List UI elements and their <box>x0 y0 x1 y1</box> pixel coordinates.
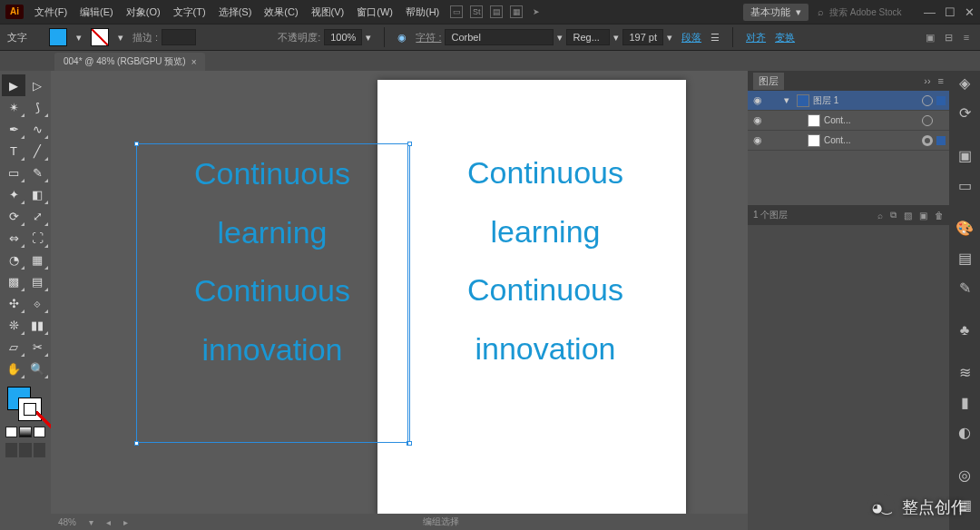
pin-icon[interactable]: ⊟ <box>942 32 955 44</box>
rotate-tool[interactable]: ⟳ <box>2 205 25 227</box>
paragraph-link[interactable]: 段落 <box>681 31 701 44</box>
swatches-dock-icon[interactable]: ▤ <box>956 250 974 267</box>
layer-row[interactable]: ◉ Cont... <box>748 131 949 151</box>
appearance-dock-icon[interactable]: ◎ <box>956 466 974 484</box>
document-tab[interactable]: 004* @ 48% (RGB/GPU 预览) × <box>54 53 205 71</box>
stroke-weight-input[interactable] <box>162 29 196 45</box>
disclosure-icon[interactable]: ▾ <box>784 94 793 106</box>
slice-tool[interactable]: ✂ <box>25 336 49 358</box>
font-style-input[interactable]: Reg... <box>566 29 610 45</box>
font-family-input[interactable]: Corbel <box>445 29 554 45</box>
layers-tab[interactable]: 图层 <box>753 73 784 90</box>
width-tool[interactable]: ⇔ <box>2 227 25 249</box>
draw-normal[interactable] <box>5 443 17 457</box>
workspace-switcher[interactable]: 基本功能 ▾ <box>743 4 808 21</box>
direct-selection-tool[interactable]: ▷ <box>25 74 49 96</box>
zoom-level[interactable]: 48% <box>58 517 76 527</box>
brushes-dock-icon[interactable]: ✎ <box>956 280 974 297</box>
selection-tool[interactable]: ▶ <box>2 74 25 96</box>
close-button[interactable]: ✕ <box>965 5 975 19</box>
new-sublayer-icon[interactable]: ▧ <box>904 211 912 221</box>
menu-file[interactable]: 文件(F) <box>34 5 67 19</box>
eraser-tool[interactable]: ◧ <box>25 183 49 205</box>
layer-name[interactable]: Cont... <box>824 135 918 145</box>
target-icon[interactable] <box>922 115 933 126</box>
free-transform-tool[interactable]: ⛶ <box>25 227 49 249</box>
fill-dropdown-icon[interactable]: ▾ <box>76 32 82 44</box>
text-object-1[interactable]: Continuous learning Continuous innovatio… <box>136 143 408 443</box>
eyedropper-tool[interactable]: ✣ <box>2 292 25 314</box>
perspective-tool[interactable]: ▦ <box>25 249 49 270</box>
stroke-swatch[interactable] <box>91 28 109 46</box>
selection-handle[interactable] <box>134 441 139 446</box>
layers-dock-icon[interactable]: ◈ <box>956 74 974 92</box>
panel-collapse-icon[interactable]: ›› <box>924 75 930 86</box>
clip-mask-icon[interactable]: ⧉ <box>890 210 897 221</box>
opacity-input[interactable]: 100% <box>324 29 362 45</box>
rectangle-tool[interactable]: ▭ <box>2 162 25 183</box>
maximize-button[interactable]: ☐ <box>945 5 956 19</box>
recolor-icon[interactable]: ◉ <box>397 32 407 44</box>
stroke-dropdown-icon[interactable]: ▾ <box>118 32 123 44</box>
lasso-tool[interactable]: ⟆ <box>25 96 49 118</box>
paintbrush-tool[interactable]: ✎ <box>25 162 49 183</box>
stock-search-input[interactable] <box>828 6 909 18</box>
layer-row[interactable]: ◉ ▾ 图层 1 <box>748 91 949 111</box>
scale-tool[interactable]: ⤢ <box>25 205 49 227</box>
mesh-tool[interactable]: ▩ <box>2 270 25 292</box>
color-mode-none[interactable] <box>34 427 45 437</box>
align-center-icon[interactable]: ☰ <box>710 32 720 44</box>
layer-name[interactable]: 图层 1 <box>813 94 918 107</box>
align-link[interactable]: 对齐 <box>746 31 766 44</box>
transparency-dock-icon[interactable]: ◐ <box>956 424 974 441</box>
hand-tool[interactable]: ✋ <box>2 358 25 379</box>
artboards-dock-icon[interactable]: ▣ <box>956 147 974 164</box>
stock-search[interactable]: ⌕ <box>818 6 909 18</box>
menu-view[interactable]: 视图(V) <box>311 5 345 19</box>
gradient-dock-icon[interactable]: ▮ <box>956 394 974 411</box>
artboard-tool[interactable]: ▱ <box>2 336 25 358</box>
style-dropdown-icon[interactable]: ▾ <box>613 32 619 44</box>
target-icon[interactable] <box>922 95 933 106</box>
graph-tool[interactable]: ▮▮ <box>25 314 49 336</box>
stroke-color[interactable] <box>18 398 42 421</box>
arrow-icon[interactable]: ➤ <box>530 5 543 18</box>
symbol-sprayer-tool[interactable]: ❊ <box>2 314 25 336</box>
character-link[interactable]: 字符 : <box>416 31 441 44</box>
draw-behind[interactable] <box>19 443 31 457</box>
tab-close-icon[interactable]: × <box>191 57 197 67</box>
artboard-nav-next[interactable]: ▸ <box>123 517 128 527</box>
locate-icon[interactable]: ⌕ <box>877 211 883 221</box>
transform-link[interactable]: 变换 <box>775 31 795 44</box>
delete-layer-icon[interactable]: 🗑 <box>935 211 944 221</box>
fill-swatch[interactable] <box>49 28 67 46</box>
curvature-tool[interactable]: ∿ <box>25 118 49 140</box>
target-icon[interactable] <box>922 135 933 146</box>
cc-dock-icon[interactable]: ⟳ <box>956 104 974 122</box>
symbols-dock-icon[interactable]: ♣ <box>956 322 974 339</box>
layout-icon-a[interactable]: ▭ <box>450 5 463 18</box>
draw-inside[interactable] <box>34 443 45 457</box>
menu-select[interactable]: 选择(S) <box>219 5 252 19</box>
menu-effect[interactable]: 效果(C) <box>264 5 298 19</box>
magic-wand-tool[interactable]: ✴ <box>2 96 25 118</box>
new-layer-icon[interactable]: ▣ <box>919 211 927 221</box>
zoom-tool[interactable]: 🔍 <box>25 358 49 379</box>
shaper-tool[interactable]: ✦ <box>2 183 25 205</box>
isolate-icon[interactable]: ▣ <box>924 32 936 44</box>
layout-icon-d[interactable]: ▦ <box>510 5 523 18</box>
shape-builder-tool[interactable]: ◔ <box>2 249 25 270</box>
opacity-dropdown-icon[interactable]: ▾ <box>366 32 371 44</box>
type-tool[interactable]: T <box>2 140 25 162</box>
color-mode-gradient[interactable] <box>19 427 31 437</box>
text-object-2[interactable]: Continuous learning Continuous innovatio… <box>409 143 681 443</box>
minimize-button[interactable]: — <box>924 5 936 19</box>
size-dropdown-icon[interactable]: ▾ <box>667 32 672 44</box>
menu-type[interactable]: 文字(T) <box>173 5 206 19</box>
visibility-icon[interactable]: ◉ <box>751 94 764 106</box>
menu-help[interactable]: 帮助(H) <box>406 5 439 19</box>
visibility-icon[interactable]: ◉ <box>751 134 764 146</box>
canvas[interactable]: Continuous learning Continuous innovatio… <box>51 71 748 530</box>
libraries-dock-icon[interactable]: ▭ <box>956 177 974 194</box>
panel-menu-icon[interactable]: ≡ <box>938 75 944 86</box>
